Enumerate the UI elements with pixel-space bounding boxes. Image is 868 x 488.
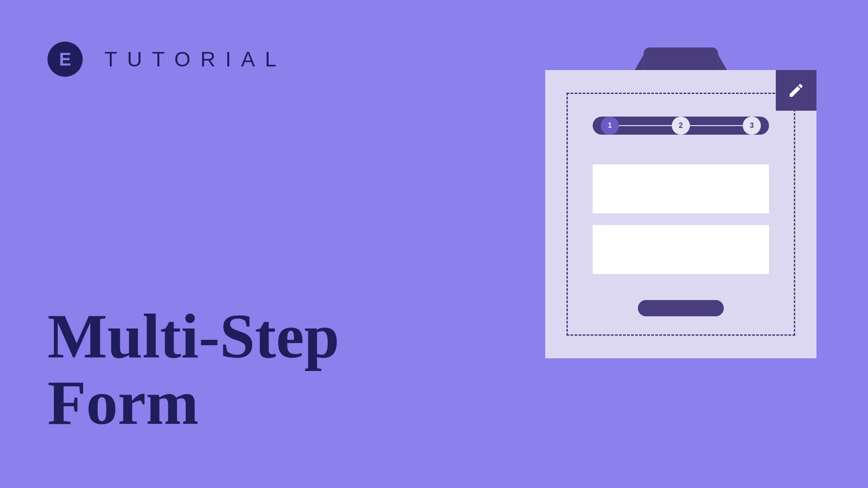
form-fields-group — [593, 164, 769, 274]
logo-letter: E — [59, 50, 71, 68]
form-illustration: 1 2 3 — [545, 47, 816, 358]
clipboard-body: 1 2 3 — [545, 70, 816, 358]
form-input-1[interactable] — [593, 164, 769, 213]
edit-button[interactable] — [776, 70, 816, 111]
title-line-2: Form — [47, 369, 340, 436]
pencil-icon — [788, 82, 805, 99]
submit-button[interactable] — [638, 300, 724, 316]
form-canvas: 1 2 3 — [566, 93, 795, 336]
logo-section: E TUTORIAL — [47, 42, 287, 77]
form-input-2[interactable] — [593, 225, 769, 274]
step-indicator: 1 2 3 — [593, 117, 769, 135]
tutorial-label: TUTORIAL — [104, 47, 287, 71]
clipboard-clip — [644, 47, 718, 70]
page-title: Multi-Step Form — [47, 303, 340, 436]
step-3[interactable]: 3 — [743, 117, 761, 135]
step-2[interactable]: 2 — [672, 117, 690, 135]
brand-logo: E — [47, 42, 83, 77]
title-line-1: Multi-Step — [47, 303, 340, 369]
step-1[interactable]: 1 — [601, 117, 619, 135]
